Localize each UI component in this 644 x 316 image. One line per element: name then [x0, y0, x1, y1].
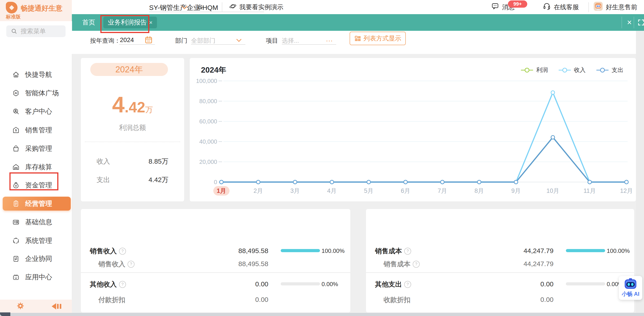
line-chart[interactable]: 020,00040,00060,00080,000100,0001月2月3月4月… — [190, 58, 636, 201]
close-view-icon[interactable]: × — [624, 16, 635, 30]
svg-text:80,000: 80,000 — [199, 98, 217, 105]
sidebar-item-label: 采购管理 — [25, 144, 52, 153]
search-placeholder: 搜索菜单 — [21, 27, 46, 36]
sidebar: 搜索菜单 快捷导航AI智能体广场客户中心$销售管理采购管理库存核算¥资金管理经营… — [0, 21, 72, 299]
sidebar-footer — [0, 299, 72, 313]
help-icon[interactable]: ? — [119, 281, 126, 288]
chart-title: 2024年 — [201, 65, 226, 75]
ai-icon: AI — [12, 89, 20, 97]
sidebar-item-12[interactable]: 应用中心 — [0, 270, 72, 284]
tab-close-icon[interactable]: × — [149, 19, 152, 26]
sidebar-item-7[interactable]: ¥资金管理 — [0, 178, 72, 192]
row-label: 销售成本? — [375, 246, 411, 256]
sidebar-item-label: 智能体广场 — [25, 89, 59, 98]
filter-bar: 按年查询： 2024 部门 全部部门 项目 选择... ... 列表方式显示 — [72, 31, 636, 54]
dept-underline — [191, 44, 246, 45]
sales-icon: $ — [12, 126, 20, 134]
summary-divider — [85, 142, 180, 142]
sidebar-item-6[interactable]: 库存核算 — [0, 160, 72, 174]
sidebar-item-9[interactable]: 基础信息 — [0, 215, 72, 229]
svg-text:8月: 8月 — [474, 187, 484, 194]
scroll-gutter[interactable] — [636, 31, 644, 313]
sidebar-item-5[interactable]: 采购管理 — [0, 142, 72, 156]
footer-gear-icon[interactable] — [16, 302, 25, 311]
svg-text:$: $ — [15, 129, 16, 132]
profit-amount: 4.42万 — [81, 92, 184, 118]
help-icon[interactable]: ? — [128, 261, 134, 268]
summary-income-row: 收入 8.85万 — [96, 157, 168, 166]
summary-year-pill: 2024年 — [90, 63, 168, 76]
brand-edition: 标准版 — [6, 14, 21, 20]
settings-gear-icon[interactable] — [196, 3, 204, 12]
agent-profile[interactable]: 好生意售前 — [593, 0, 637, 14]
tab-business-profit-report[interactable]: 业务利润报告 × — [103, 17, 157, 28]
profit-frac: .42 — [124, 99, 145, 116]
row-label: 付款折扣 — [98, 295, 125, 304]
svg-text:20,000: 20,000 — [199, 158, 217, 165]
demo-link-label: 我要看实例演示 — [239, 3, 284, 12]
sidebar-item-label: 快捷导航 — [25, 70, 52, 79]
top-bar: SY-钢管生产企业-HQM 我要看实例演示 消息 99+ 在线客服 好生意售前 — [72, 0, 644, 14]
list-view-button[interactable]: 列表方式显示 — [350, 32, 406, 45]
sidebar-item-2[interactable]: AI智能体广场 — [0, 86, 72, 100]
legend-item[interactable]: 利润 — [520, 66, 548, 74]
purchase-icon — [12, 145, 20, 152]
online-service-button[interactable]: 在线客服 — [542, 0, 579, 14]
help-icon[interactable]: ? — [404, 281, 411, 288]
legend-item[interactable]: 支出 — [596, 66, 623, 74]
chart-legend: 利润收入支出 — [520, 66, 623, 74]
dept-chevron-down-icon[interactable] — [236, 37, 242, 42]
svg-text:5月: 5月 — [364, 187, 374, 194]
row-percent: 100.00% — [607, 247, 630, 254]
year-filter-label: 按年查询： — [90, 37, 120, 45]
help-icon[interactable]: ? — [413, 261, 420, 268]
sidebar-item-10[interactable]: 系统管理 — [0, 234, 72, 248]
help-icon[interactable]: ? — [119, 248, 126, 255]
headset-icon — [542, 2, 551, 12]
sidebar-item-1[interactable]: 快捷导航 — [0, 68, 72, 82]
tab-home[interactable]: 首页 — [77, 14, 100, 31]
ai-assistant-label: 小畅 AI — [622, 290, 640, 297]
svg-text:6月: 6月 — [401, 187, 410, 194]
ai-assistant-widget[interactable]: 小畅 AI — [619, 276, 642, 300]
project-filter-value[interactable]: 选择... — [282, 37, 299, 45]
legend-marker-icon — [596, 67, 609, 73]
calendar-icon[interactable] — [144, 35, 153, 45]
sidebar-item-11[interactable]: 企业协同 — [0, 252, 72, 266]
topbar-divider — [222, 2, 222, 12]
home-icon — [12, 71, 20, 79]
legend-item[interactable]: 收入 — [558, 66, 586, 74]
sidebar-item-label: 资金管理 — [25, 181, 52, 190]
sidebar-item-3[interactable]: 客户中心 — [0, 105, 72, 118]
sidebar-item-8[interactable]: 经营管理 — [3, 197, 71, 211]
search-input[interactable]: 搜索菜单 — [6, 26, 66, 37]
tabbar-separator-2 — [634, 17, 634, 28]
sidebar-item-label: 企业协同 — [25, 254, 52, 263]
row-label: 其他收入? — [90, 280, 126, 289]
topbar-divider-2 — [588, 2, 589, 12]
online-service-label: 在线客服 — [554, 3, 579, 12]
help-icon[interactable]: ? — [404, 248, 411, 255]
dept-filter-value[interactable]: 全部部门 — [191, 37, 215, 45]
income-section: 88,495.58 收入总额 环比 +100.00% 销售收入?88,495.5… — [81, 209, 350, 312]
row-label: 销售收入? — [98, 260, 134, 269]
fullscreen-icon[interactable] — [636, 16, 644, 30]
row-percent: 100.00% — [322, 247, 345, 254]
sidebar-item-4[interactable]: $销售管理 — [0, 123, 72, 137]
row-percent: 0.00% — [322, 281, 338, 288]
svg-text:12月: 12月 — [620, 187, 633, 194]
year-filter-value[interactable]: 2024 — [120, 37, 134, 44]
sidebar-item-label: 库存核算 — [25, 162, 52, 172]
profit-int: 4 — [112, 92, 124, 117]
row-progress-bar — [281, 282, 320, 285]
project-more-ellipsis[interactable]: ... — [326, 35, 333, 43]
row-value: 0.00 — [498, 280, 554, 288]
income-row: 付款折扣0.00 — [81, 293, 350, 306]
svg-text:11月: 11月 — [583, 187, 596, 194]
legend-label: 收入 — [574, 66, 586, 74]
message-count-badge: 99+ — [508, 1, 527, 8]
legend-label: 支出 — [612, 66, 623, 74]
expense-row: 收款折扣0.00 — [366, 293, 634, 306]
collapse-sidebar-icon[interactable] — [52, 303, 61, 309]
demo-link[interactable]: 我要看实例演示 — [229, 0, 284, 14]
